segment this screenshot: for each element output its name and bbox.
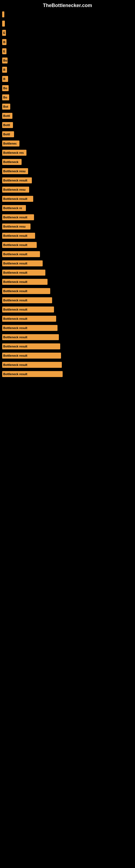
bar-row: Bottleneck result	[0, 286, 135, 296]
bar-row: Bottleneck res	[0, 148, 135, 157]
result-bar: Bottleneck result	[2, 270, 45, 276]
bar-row: Bo	[0, 84, 135, 93]
bar-label: Bottleneck resu	[3, 225, 26, 228]
result-bar: Bo	[2, 94, 9, 100]
bar-row: Bottleneck resu	[0, 185, 135, 194]
bar-label: Bottleneck res	[3, 151, 24, 154]
result-bar: Bottleneck result	[2, 371, 63, 377]
bar-label: Bottleneck result	[3, 308, 27, 311]
result-bar: Bottleneck result	[2, 260, 43, 267]
result-bar: Bottl	[2, 113, 12, 119]
bar-row: E	[0, 28, 135, 37]
bar-label: Bottleneck re	[3, 207, 22, 210]
bar-label: Bottleneck result	[3, 234, 27, 237]
bar-row: Bottleneck result	[0, 213, 135, 222]
bar-row: Bottleneck result	[0, 305, 135, 314]
bar-label: Bottleneck result	[3, 262, 27, 265]
result-bar	[2, 11, 4, 18]
result-bar	[2, 21, 5, 27]
result-bar: Bot	[2, 104, 10, 110]
bar-row: Bottleneck result	[0, 369, 135, 379]
bar-row: E	[0, 46, 135, 56]
site-title: TheBottlenecker.com	[0, 0, 135, 10]
result-bar: Bottleneck result	[2, 334, 59, 340]
bar-row: Bottleneck result	[0, 333, 135, 342]
bar-row: Bottleneck result	[0, 240, 135, 250]
bar-row: Bottleneck result	[0, 176, 135, 185]
bar-row: Bottlenec	[0, 139, 135, 148]
bar-label: Bottleneck result	[3, 271, 27, 274]
result-bar: B	[2, 39, 6, 45]
result-bar: Bottleneck result	[2, 316, 56, 322]
bar-label: Bottleneck result	[3, 179, 27, 182]
bar-label: Bottleneck resu	[3, 188, 26, 191]
bar-row: Bottleneck re	[0, 204, 135, 213]
bar-row: Bo	[0, 56, 135, 65]
result-bar: Bottleneck result	[2, 214, 34, 220]
result-bar: Bottleneck resu	[2, 187, 29, 193]
bar-label: Bottl	[3, 114, 10, 118]
bar-label: B	[3, 68, 5, 71]
bar-row: Bottleneck result	[0, 323, 135, 333]
result-bar: Bottleneck result	[2, 242, 37, 248]
bar-row: Bottleneck result	[0, 250, 135, 259]
bar-label: Bottleneck result	[3, 197, 27, 200]
result-bar: Bottleneck resu	[2, 168, 28, 174]
bar-label: Bottleneck result	[3, 252, 27, 256]
bar-row: Bottl	[0, 120, 135, 130]
bar-label: B	[3, 77, 5, 81]
result-bar: B	[2, 76, 8, 82]
result-bar: Bottleneck result	[2, 307, 54, 312]
bar-label: E	[3, 31, 5, 34]
bar-row	[0, 10, 135, 19]
result-bar: Bottleneck result	[2, 233, 35, 239]
result-bar: Bottl	[2, 122, 13, 128]
bar-label: E	[3, 50, 5, 53]
bar-label: Bottleneck result	[3, 216, 27, 219]
bar-label: Bo	[3, 87, 7, 90]
bar-row: Bottleneck result	[0, 231, 135, 240]
bar-row: Bottl	[0, 111, 135, 120]
result-bar: Bottleneck result	[2, 279, 48, 285]
result-bar: Bottleneck	[2, 159, 21, 165]
bar-label: Bottleneck result	[3, 299, 27, 302]
bar-label: Bottleneck result	[3, 243, 27, 247]
bar-label: Bottlenec	[3, 142, 17, 145]
result-bar: Bottleneck result	[2, 325, 57, 331]
result-bar: Bottleneck result	[2, 288, 50, 294]
result-bar: Bottleneck re	[2, 205, 26, 211]
bar-label: Bottleneck result	[3, 363, 27, 367]
bar-label: Bottleneck result	[3, 336, 27, 339]
bar-label: Bottleneck result	[3, 354, 27, 357]
result-bar: Bottl	[2, 131, 14, 137]
bar-row: Bottleneck resu	[0, 166, 135, 176]
bars-container: EBEBoBBBoBoBotBottlBottlBottlBottlenecBo…	[0, 10, 135, 379]
bar-row: Bottleneck	[0, 157, 135, 166]
bar-label: Bottl	[3, 123, 10, 127]
bar-label: B	[3, 40, 5, 44]
bar-row	[0, 19, 135, 28]
result-bar: Bottleneck result	[2, 251, 40, 257]
bar-row: Bottleneck resu	[0, 222, 135, 231]
bar-label: Bo	[3, 59, 7, 62]
bar-label: Bo	[3, 96, 7, 99]
result-bar: Bottleneck result	[2, 362, 62, 368]
bar-row: Bottleneck result	[0, 277, 135, 286]
bar-row: B	[0, 65, 135, 74]
result-bar: Bottleneck result	[2, 352, 61, 359]
bar-label: Bottleneck result	[3, 280, 27, 283]
bar-row: Bottleneck result	[0, 296, 135, 305]
bar-row: Bottleneck result	[0, 351, 135, 360]
result-bar: Bottlenec	[2, 141, 19, 147]
bar-row: Bot	[0, 102, 135, 111]
bar-row: Bottleneck result	[0, 360, 135, 369]
result-bar: Bottleneck resu	[2, 223, 31, 229]
bar-row: Bottleneck result	[0, 314, 135, 323]
bar-label: Bottleneck	[3, 160, 18, 163]
bar-label: Bot	[3, 105, 8, 108]
bar-label: Bottleneck result	[3, 345, 27, 348]
result-bar: Bottleneck result	[2, 297, 52, 303]
bar-row: B	[0, 37, 135, 46]
bar-label: Bottleneck result	[3, 289, 27, 293]
result-bar: Bottleneck result	[2, 177, 32, 183]
